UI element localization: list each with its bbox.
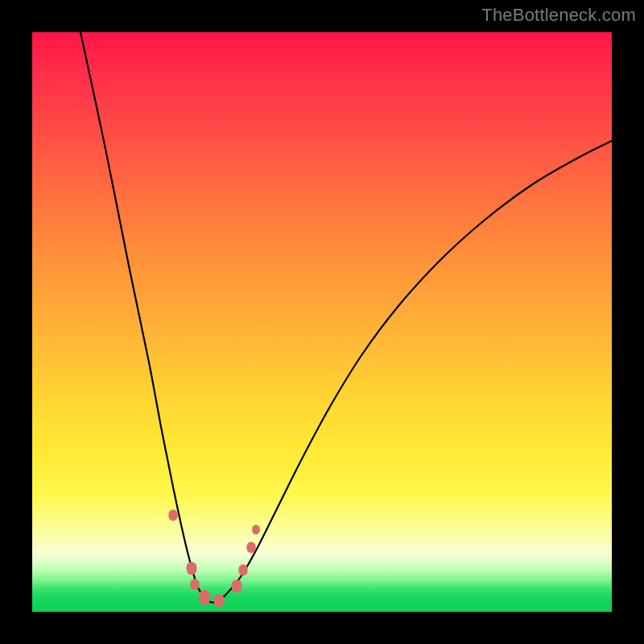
bottleneck-curve <box>80 32 612 602</box>
plot-area <box>32 32 612 612</box>
data-markers <box>168 510 259 607</box>
data-marker <box>190 579 199 590</box>
chart-frame: TheBottleneck.com <box>0 0 644 644</box>
data-marker <box>232 580 242 592</box>
watermark-text: TheBottleneck.com <box>481 5 636 26</box>
data-marker <box>199 590 210 605</box>
data-marker <box>187 562 197 575</box>
data-marker <box>246 542 255 553</box>
data-marker <box>168 510 177 521</box>
curve-svg <box>32 32 612 612</box>
data-marker <box>252 525 260 535</box>
data-marker <box>238 564 247 576</box>
data-marker <box>214 594 225 607</box>
